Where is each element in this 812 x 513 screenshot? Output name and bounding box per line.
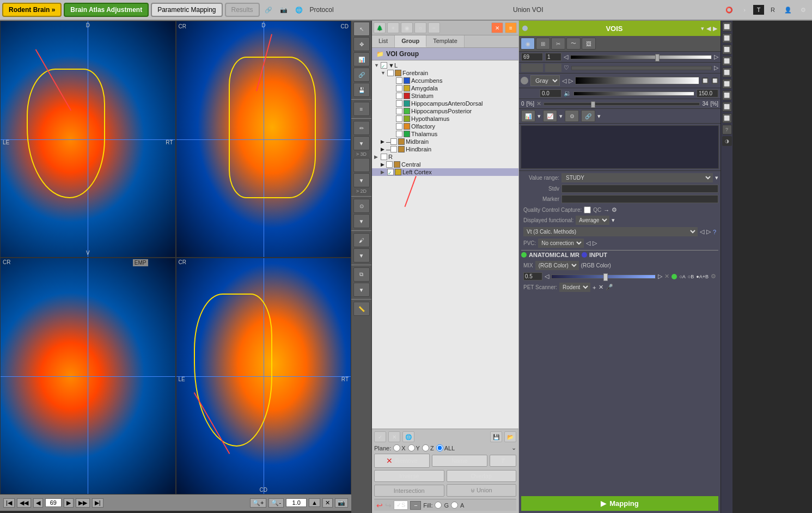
- fr-btn8[interactable]: ⬜: [722, 102, 732, 112]
- checkbox-forebrain[interactable]: [387, 70, 394, 76]
- fill-radio-dot[interactable]: [435, 502, 442, 509]
- tab-list[interactable]: List: [372, 35, 395, 47]
- brain-atlas-button[interactable]: Brain Atlas Adjustment: [64, 3, 149, 17]
- checkbox-hippocampus-p[interactable]: [396, 108, 402, 114]
- arrow-down2-icon[interactable]: ▼: [353, 173, 370, 187]
- zoom-input[interactable]: 1.0: [286, 498, 307, 507]
- qc-settings-icon[interactable]: ⚙: [612, 206, 617, 213]
- radio-a[interactable]: ○A: [679, 274, 685, 279]
- brain-quadrant-br[interactable]: CR LE RT CD: [176, 258, 352, 494]
- voi-sphere-icon[interactable]: ◉: [401, 22, 413, 33]
- s-checkbox-container[interactable]: ✓S: [394, 500, 408, 510]
- nav-prev-button[interactable]: ◀◀: [17, 498, 31, 508]
- voi-minus-icon[interactable]: −: [428, 22, 440, 33]
- link-tool-button[interactable]: 🔗: [353, 68, 370, 82]
- union-button[interactable]: ⊎ Union: [447, 484, 517, 497]
- tree-item-hindbrain[interactable]: ▶ — Hindbrain: [372, 145, 518, 153]
- voi-bar-btn[interactable]: ≡: [505, 22, 517, 33]
- zoom-up-button[interactable]: ▲: [309, 498, 320, 507]
- tree-item-hypothalamus[interactable]: ▼ Hypothalamus: [372, 115, 518, 123]
- checkbox-l[interactable]: [381, 62, 387, 69]
- slider2[interactable]: [571, 66, 712, 70]
- radio-b[interactable]: ○B: [688, 274, 694, 279]
- qc-checkbox[interactable]: [584, 206, 591, 213]
- nav-forward-button[interactable]: ▶: [64, 498, 74, 508]
- intersection-button[interactable]: Intersection: [374, 485, 444, 497]
- arrow-right-icon[interactable]: ▷: [714, 53, 718, 60]
- mix-mode-select[interactable]: (RGB Color) Blend: [535, 261, 579, 270]
- checkbox-r[interactable]: [381, 154, 387, 160]
- tree-item-central[interactable]: ▶ Central: [372, 161, 518, 168]
- save-tool-button[interactable]: 💾: [353, 83, 370, 97]
- nav-end-button[interactable]: ▶|: [92, 498, 103, 508]
- percent-slider[interactable]: [544, 102, 700, 106]
- fr-btn7[interactable]: ⬜: [722, 90, 732, 100]
- tab-group[interactable]: Group: [395, 35, 426, 47]
- val2-input[interactable]: 1: [545, 53, 561, 61]
- inverse-button[interactable]: Inverse: [374, 470, 444, 482]
- minus-btn[interactable]: −: [410, 501, 421, 510]
- camera-icon[interactable]: 📷: [277, 3, 290, 16]
- copy-icon[interactable]: ⧉: [353, 267, 370, 282]
- checkbox-amygdala[interactable]: [396, 85, 402, 91]
- overlap-button[interactable]: Overlap: [447, 470, 517, 482]
- photo-icon[interactable]: 🖼: [582, 38, 596, 50]
- fr-btn5[interactable]: ⬜: [722, 68, 732, 77]
- terminal-icon[interactable]: T: [753, 5, 764, 15]
- tree-item-r[interactable]: ▶ R: [372, 153, 518, 161]
- checkbox-central[interactable]: [386, 161, 393, 168]
- pet-mic-icon[interactable]: 🎤: [606, 284, 613, 291]
- value-range-select[interactable]: STUDY FRAME: [561, 173, 713, 182]
- voi-add-icon[interactable]: +: [387, 22, 399, 33]
- ruler-icon[interactable]: 📏: [353, 302, 370, 316]
- arrow-down3-icon[interactable]: ▼: [353, 214, 370, 228]
- fill-radio-a[interactable]: [451, 502, 458, 509]
- arrow-right2-icon[interactable]: ▷: [714, 64, 718, 71]
- mapping-button[interactable]: ▶ Mapping: [521, 496, 718, 511]
- lut-arrow-right[interactable]: ▷: [569, 77, 573, 84]
- val3-input[interactable]: [521, 64, 543, 72]
- checkbox-left-cortex[interactable]: [387, 169, 394, 175]
- grid-icon[interactable]: ⊞: [536, 38, 550, 50]
- zoom-in-button[interactable]: 🔍+: [250, 498, 266, 508]
- folder-icon[interactable]: 📂: [504, 431, 516, 442]
- tree-item-hippocampus-ad[interactable]: ▼ HippocampusAnteroDorsal: [372, 100, 518, 107]
- fr-btn2[interactable]: ⬜: [722, 33, 732, 43]
- tree-item-thalamus[interactable]: ▼ Thalamus: [372, 130, 518, 138]
- checkbox-accumbens[interactable]: [396, 77, 402, 84]
- cursor-tool-button[interactable]: ↖: [353, 22, 370, 36]
- line-chart-icon[interactable]: 📈: [543, 110, 557, 122]
- x-btn[interactable]: ✕: [536, 100, 541, 107]
- parametric-mapping-button[interactable]: Parametric Mapping: [151, 3, 222, 17]
- settings-icon[interactable]: ⚙: [797, 3, 810, 16]
- nav-next-button[interactable]: ▶▶: [76, 498, 90, 508]
- fr-btn1[interactable]: ⬜: [722, 22, 732, 32]
- stdv-input[interactable]: [561, 185, 718, 193]
- radio-z[interactable]: Z: [422, 444, 434, 451]
- globe-icon2[interactable]: 🌐: [402, 431, 414, 442]
- checkbox-olfactory[interactable]: [396, 123, 402, 130]
- viz-arrow3[interactable]: ▾: [597, 113, 601, 120]
- tree-item-midbrain[interactable]: ▶ — Midbrain: [372, 138, 518, 145]
- slider1[interactable]: [570, 55, 712, 59]
- functional-select[interactable]: Average Sum Max: [576, 216, 609, 225]
- range-slider[interactable]: [573, 91, 694, 96]
- checkbox-hypothalamus[interactable]: [396, 115, 402, 122]
- circle-select-icon[interactable]: ⊙: [353, 199, 370, 213]
- checkbox-hindbrain[interactable]: [390, 146, 397, 152]
- tree-item-accumbens[interactable]: ▼ Accumbens: [372, 77, 518, 84]
- vt-select[interactable]: Vt (3 Calc. Methods): [523, 227, 698, 236]
- tree-item-hippocampus-p[interactable]: ▼ HippocampusPosterior: [372, 107, 518, 115]
- arrow-down5-icon[interactable]: ▼: [353, 283, 370, 297]
- val4-input[interactable]: [545, 64, 561, 72]
- tab-template[interactable]: Template: [426, 35, 465, 47]
- viz-arrow1[interactable]: ▾: [538, 113, 541, 120]
- pvc-select[interactable]: No correction Method 1: [538, 239, 584, 248]
- fr-btn11[interactable]: ◑: [722, 136, 732, 146]
- wave-icon[interactable]: 〜: [566, 38, 581, 50]
- lut-icon1[interactable]: 🔲: [701, 77, 709, 84]
- mix-value-input[interactable]: 0.5: [523, 272, 542, 280]
- remove-button[interactable]: ✕ Remove: [374, 454, 430, 468]
- redo-arrow[interactable]: ↪: [385, 501, 392, 510]
- move-tool-button[interactable]: ✥: [353, 37, 370, 51]
